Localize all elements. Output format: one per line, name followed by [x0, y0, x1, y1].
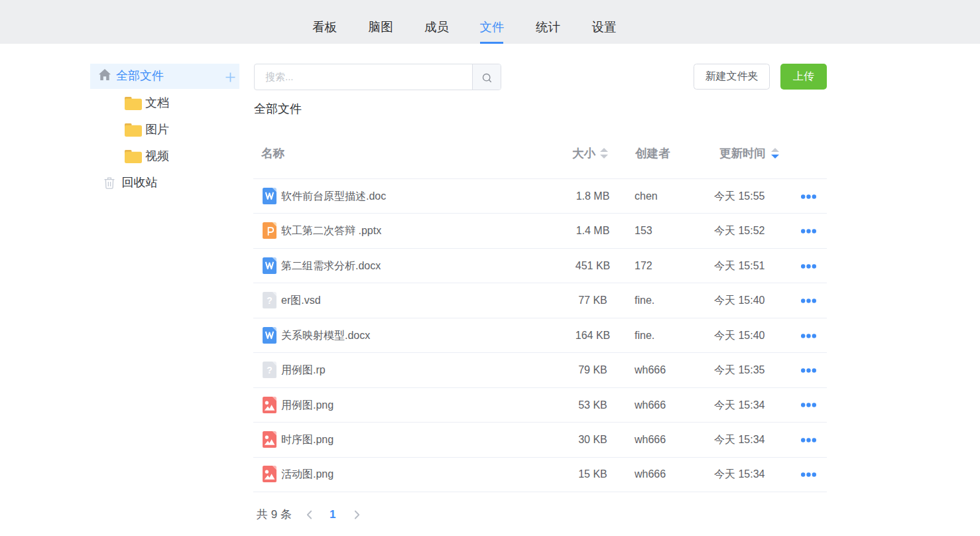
svg-text:?: ?	[267, 365, 273, 375]
svg-text:?: ?	[267, 295, 273, 306]
